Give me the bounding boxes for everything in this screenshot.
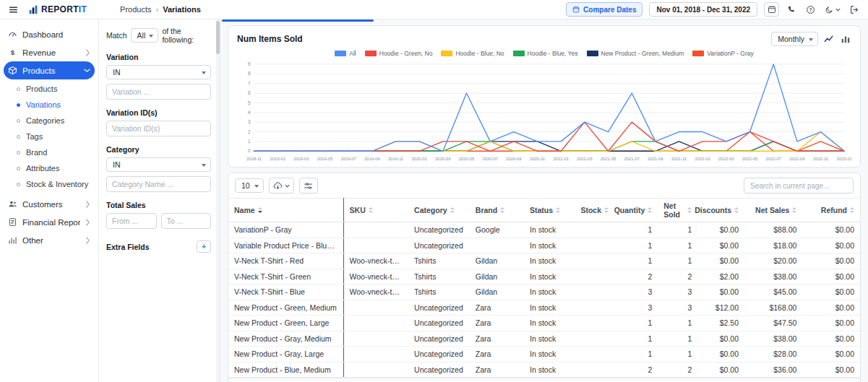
filters-scrollbar[interactable] <box>216 19 220 382</box>
export-button[interactable] <box>269 178 294 194</box>
cell-status: In stock <box>524 269 571 285</box>
total-sales-from-input[interactable] <box>106 213 157 229</box>
app-window: REPORTIT Products › Variations Compare D… <box>0 0 868 382</box>
logo-text: REPORTIT <box>41 4 87 14</box>
page-size-select[interactable]: 10 <box>235 178 264 193</box>
table-header-row: NameSKUCategoryBrandStatusStockQuantityN… <box>228 199 860 222</box>
sort-icon <box>734 207 739 213</box>
interval-select[interactable]: Monthly <box>771 32 818 46</box>
col-header-discounts[interactable]: Discounts <box>697 199 744 222</box>
sidebar-item-revenue[interactable]: $ Revenue <box>4 43 95 61</box>
col-header-net-sold[interactable]: Net Sold <box>658 199 697 222</box>
app-logo[interactable]: REPORTIT <box>28 4 87 14</box>
date-range-button[interactable]: Nov 01, 2018 - Dec 31, 2022 <box>649 2 757 17</box>
moon-icon <box>825 5 834 14</box>
variations-table: NameSKUCategoryBrandStatusStockQuantityN… <box>228 198 860 378</box>
table-row[interactable]: New Product - Green, MediumUncategorized… <box>228 300 860 316</box>
total-sales-to-input[interactable] <box>161 213 212 229</box>
col-header-stock[interactable]: Stock <box>571 199 614 222</box>
col-header-refund[interactable]: Refund <box>802 199 860 222</box>
col-header-sku[interactable]: SKU <box>343 199 408 222</box>
theme-toggle-button[interactable] <box>823 4 842 16</box>
col-header-net-sales[interactable]: Net Sales <box>744 199 802 222</box>
sidebar-subitem-categories[interactable]: Categories <box>14 113 95 129</box>
cell-category: Uncategorized <box>408 222 470 238</box>
table-row[interactable]: New Product - Blue, MediumUncategorizedZ… <box>228 362 860 378</box>
cell-discounts: $0.00 <box>697 222 744 238</box>
table-row[interactable]: New Product - Gray, LargeUncategorizedZa… <box>228 347 860 363</box>
sidebar-item-customers[interactable]: Customers <box>4 195 95 213</box>
sidebar-subitem-stock-inventory[interactable]: Stock & Inventory <box>14 176 95 192</box>
num-items-sold-chart[interactable]: 01234567892018-112019-012019-032019-0520… <box>237 58 851 165</box>
svg-text:2022-11: 2022-11 <box>813 157 828 161</box>
variation-input[interactable] <box>106 84 211 100</box>
sidebar-subitem-attributes[interactable]: Attributes <box>14 160 95 176</box>
legend-item[interactable]: Hoodie - Green, No <box>365 50 433 57</box>
svg-text:2019-09: 2019-09 <box>364 157 379 161</box>
search-input[interactable] <box>744 178 854 194</box>
table-row[interactable]: V-Neck T-Shirt - BlueWoo-vneck-tee-blueT… <box>228 285 860 300</box>
col-header-status[interactable]: Status <box>524 199 571 222</box>
calendar-button[interactable] <box>764 2 779 17</box>
phone-icon <box>787 5 796 14</box>
col-header-category[interactable]: Category <box>408 199 470 222</box>
table-row[interactable]: New Product - Gray, MediumUncategorizedZ… <box>228 331 860 347</box>
legend-item[interactable]: Hoodie - Blue, Yes <box>513 50 578 57</box>
logout-button[interactable] <box>848 4 861 16</box>
add-extra-field-button[interactable]: + <box>197 240 211 253</box>
table-row[interactable]: VariationP - GrayUncategorizedGoogleIn s… <box>228 222 860 238</box>
bullet-icon <box>17 103 20 107</box>
line-chart-toggle[interactable] <box>823 33 835 45</box>
compare-dates-button[interactable]: Compare Dates <box>566 2 643 17</box>
col-header-name[interactable]: Name <box>228 199 343 222</box>
variation-ids-input[interactable] <box>106 121 211 136</box>
scrollbar-thumb[interactable] <box>216 21 220 54</box>
calendar-icon <box>768 5 776 14</box>
variation-operator-select[interactable]: IN <box>106 65 211 79</box>
report-document-icon <box>8 217 17 227</box>
table-row[interactable]: New Product - Green, LargeUncategorizedZ… <box>228 316 860 331</box>
table-row[interactable]: V-Neck T-Shirt - GreenWoo-vneck-tee-gree… <box>228 269 860 285</box>
main-content: Num Items Sold Monthly AllHoodie - Green… <box>220 19 868 382</box>
table-totals: Items Sold: 39 Net Sales: $1,219.85 Orde… <box>228 378 860 382</box>
sort-icon <box>556 207 560 213</box>
legend-item[interactable]: All <box>335 50 356 57</box>
cell-net-sold: 2 <box>658 269 697 285</box>
sidebar-subitem-products[interactable]: Products <box>14 81 95 97</box>
column-settings-button[interactable] <box>299 178 318 194</box>
hamburger-menu-button[interactable] <box>7 4 20 16</box>
cell-discounts: $12.00 <box>697 300 744 316</box>
scroll-indicator <box>222 19 374 22</box>
breadcrumb-section[interactable]: Products <box>120 5 151 14</box>
legend-item[interactable]: New Product - Green, Medium <box>587 50 684 57</box>
category-operator-select[interactable]: IN <box>106 157 211 172</box>
cell-name: New Product - Gray, Large <box>228 347 343 363</box>
svg-text:2021-11: 2021-11 <box>671 157 687 161</box>
sidebar-subitem-tags[interactable]: Tags <box>14 129 95 144</box>
sort-icon <box>450 207 455 213</box>
chart-bars-icon <box>8 235 17 245</box>
table-row[interactable]: V-Neck T-Shirt - RedWoo-vneck-tee-redTsh… <box>228 253 860 269</box>
help-button[interactable]: ? <box>804 4 817 16</box>
legend-item[interactable]: VariationP - Gray <box>692 50 753 57</box>
cell-name: New Product - Green, Large <box>228 316 343 331</box>
table-row[interactable]: Variable Product Price - Blue, MediumUnc… <box>228 238 860 253</box>
col-header-quantity[interactable]: Quantity <box>614 199 658 222</box>
cell-category: Uncategorized <box>408 300 470 316</box>
legend-item[interactable]: Hoodie - Blue, No <box>441 50 504 57</box>
dollar-icon: $ <box>8 48 17 57</box>
col-header-brand[interactable]: Brand <box>470 199 524 222</box>
sidebar-item-products[interactable]: Products <box>4 61 95 79</box>
sidebar-subitem-brand[interactable]: Brand <box>14 144 95 160</box>
sidebar-item-financial-reports[interactable]: Financial Reports <box>4 213 95 231</box>
category-input[interactable] <box>106 176 211 192</box>
svg-text:2022-01: 2022-01 <box>695 157 710 161</box>
sidebar-item-other[interactable]: Other <box>4 231 95 249</box>
sidebar-subitem-variations[interactable]: Variations <box>14 97 95 113</box>
bar-chart-icon <box>841 34 851 44</box>
match-select[interactable]: All <box>131 28 159 43</box>
contact-button[interactable] <box>786 4 798 16</box>
legend-label: VariationP - Gray <box>707 50 753 57</box>
sidebar-item-dashboard[interactable]: Dashboard <box>4 25 95 43</box>
bar-chart-toggle[interactable] <box>840 33 851 45</box>
